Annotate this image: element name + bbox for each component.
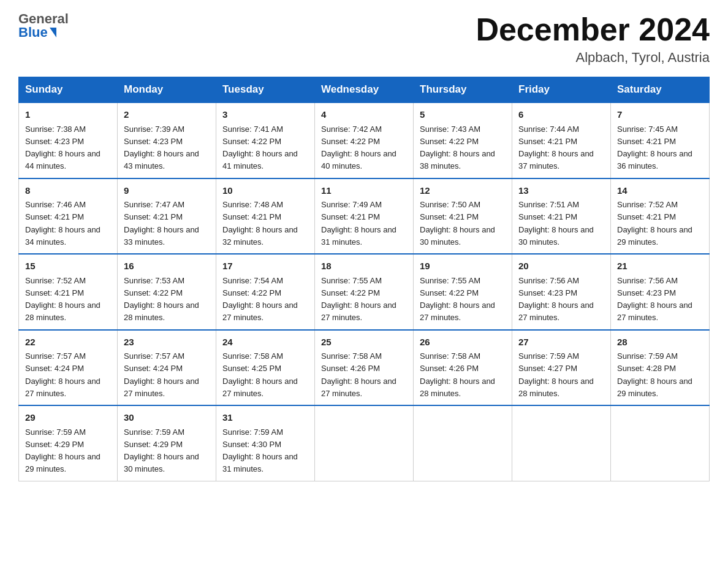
calendar-cell: 7 Sunrise: 7:45 AMSunset: 4:21 PMDayligh… (611, 102, 710, 178)
day-number: 7 (617, 108, 703, 122)
day-info: Sunrise: 7:55 AMSunset: 4:22 PMDaylight:… (321, 276, 396, 323)
day-info: Sunrise: 7:46 AMSunset: 4:21 PMDaylight:… (25, 200, 100, 247)
day-info: Sunrise: 7:55 AMSunset: 4:22 PMDaylight:… (420, 276, 495, 323)
day-info: Sunrise: 7:58 AMSunset: 4:25 PMDaylight:… (222, 351, 298, 398)
logo-blue-text: Blue (18, 26, 48, 39)
day-number: 20 (518, 259, 604, 274)
day-info: Sunrise: 7:44 AMSunset: 4:21 PMDaylight:… (518, 124, 594, 171)
calendar-cell: 31 Sunrise: 7:59 AMSunset: 4:30 PMDaylig… (216, 405, 315, 481)
calendar-cell: 18 Sunrise: 7:55 AMSunset: 4:22 PMDaylig… (315, 254, 414, 330)
calendar-cell: 20 Sunrise: 7:56 AMSunset: 4:23 PMDaylig… (512, 254, 611, 330)
day-number: 11 (321, 184, 407, 198)
logo-general-text: General (18, 12, 69, 26)
calendar-cell: 17 Sunrise: 7:54 AMSunset: 4:22 PMDaylig… (216, 254, 315, 330)
calendar-cell: 25 Sunrise: 7:58 AMSunset: 4:26 PMDaylig… (315, 330, 414, 406)
day-number: 30 (124, 411, 210, 425)
day-number: 23 (124, 335, 210, 350)
day-number: 28 (617, 335, 703, 350)
calendar-cell: 12 Sunrise: 7:50 AMSunset: 4:21 PMDaylig… (414, 178, 512, 255)
calendar-week-row: 1 Sunrise: 7:38 AMSunset: 4:23 PMDayligh… (19, 102, 710, 178)
calendar-cell (315, 405, 414, 481)
day-info: Sunrise: 7:49 AMSunset: 4:21 PMDaylight:… (321, 200, 396, 247)
header-day-saturday: Saturday (611, 77, 710, 103)
day-number: 29 (25, 411, 111, 425)
day-info: Sunrise: 7:39 AMSunset: 4:23 PMDaylight:… (124, 124, 199, 171)
logo: General Blue (18, 12, 69, 39)
header: General Blue December 2024 Alpbach, Tyro… (18, 12, 710, 66)
calendar-cell: 27 Sunrise: 7:59 AMSunset: 4:27 PMDaylig… (512, 330, 611, 406)
day-info: Sunrise: 7:59 AMSunset: 4:30 PMDaylight:… (222, 427, 298, 474)
calendar-cell (611, 405, 710, 481)
day-number: 18 (321, 259, 407, 274)
calendar-cell: 1 Sunrise: 7:38 AMSunset: 4:23 PMDayligh… (19, 102, 118, 178)
calendar-cell: 29 Sunrise: 7:59 AMSunset: 4:29 PMDaylig… (19, 405, 118, 481)
calendar-cell: 21 Sunrise: 7:56 AMSunset: 4:23 PMDaylig… (611, 254, 710, 330)
header-day-tuesday: Tuesday (216, 77, 315, 103)
day-number: 8 (25, 184, 111, 198)
day-info: Sunrise: 7:56 AMSunset: 4:23 PMDaylight:… (518, 276, 594, 323)
calendar-cell: 4 Sunrise: 7:42 AMSunset: 4:22 PMDayligh… (315, 102, 414, 178)
calendar-table: SundayMondayTuesdayWednesdayThursdayFrid… (18, 77, 710, 481)
calendar-cell: 19 Sunrise: 7:55 AMSunset: 4:22 PMDaylig… (414, 254, 512, 330)
calendar-cell: 3 Sunrise: 7:41 AMSunset: 4:22 PMDayligh… (216, 102, 315, 178)
day-number: 12 (420, 184, 506, 198)
day-number: 25 (321, 335, 407, 350)
calendar-week-row: 29 Sunrise: 7:59 AMSunset: 4:29 PMDaylig… (19, 405, 710, 481)
header-day-wednesday: Wednesday (315, 77, 414, 103)
header-day-thursday: Thursday (414, 77, 512, 103)
calendar-cell: 28 Sunrise: 7:59 AMSunset: 4:28 PMDaylig… (611, 330, 710, 406)
day-number: 5 (420, 108, 506, 122)
calendar-cell: 9 Sunrise: 7:47 AMSunset: 4:21 PMDayligh… (118, 178, 216, 255)
logo-arrow-icon (50, 28, 56, 37)
day-number: 27 (518, 335, 604, 350)
calendar-cell: 14 Sunrise: 7:52 AMSunset: 4:21 PMDaylig… (611, 178, 710, 255)
day-info: Sunrise: 7:56 AMSunset: 4:23 PMDaylight:… (617, 276, 692, 323)
header-day-friday: Friday (512, 77, 611, 103)
day-info: Sunrise: 7:52 AMSunset: 4:21 PMDaylight:… (617, 200, 692, 247)
day-number: 1 (25, 108, 111, 122)
calendar-cell: 6 Sunrise: 7:44 AMSunset: 4:21 PMDayligh… (512, 102, 611, 178)
day-info: Sunrise: 7:43 AMSunset: 4:22 PMDaylight:… (420, 124, 495, 171)
day-info: Sunrise: 7:45 AMSunset: 4:21 PMDaylight:… (617, 124, 692, 171)
day-info: Sunrise: 7:47 AMSunset: 4:21 PMDaylight:… (124, 200, 199, 247)
day-info: Sunrise: 7:38 AMSunset: 4:23 PMDaylight:… (25, 124, 100, 171)
day-number: 16 (124, 259, 210, 274)
calendar-header-row: SundayMondayTuesdayWednesdayThursdayFrid… (19, 77, 710, 103)
calendar-cell: 24 Sunrise: 7:58 AMSunset: 4:25 PMDaylig… (216, 330, 315, 406)
calendar-cell: 10 Sunrise: 7:48 AMSunset: 4:21 PMDaylig… (216, 178, 315, 255)
day-info: Sunrise: 7:59 AMSunset: 4:29 PMDaylight:… (25, 427, 100, 474)
day-number: 19 (420, 259, 506, 274)
calendar-cell: 2 Sunrise: 7:39 AMSunset: 4:23 PMDayligh… (118, 102, 216, 178)
calendar-cell: 11 Sunrise: 7:49 AMSunset: 4:21 PMDaylig… (315, 178, 414, 255)
calendar-cell (414, 405, 512, 481)
day-info: Sunrise: 7:57 AMSunset: 4:24 PMDaylight:… (124, 351, 199, 398)
day-number: 21 (617, 259, 703, 274)
location-subtitle: Alpbach, Tyrol, Austria (476, 50, 710, 66)
calendar-week-row: 22 Sunrise: 7:57 AMSunset: 4:24 PMDaylig… (19, 330, 710, 406)
day-info: Sunrise: 7:54 AMSunset: 4:22 PMDaylight:… (222, 276, 298, 323)
day-number: 31 (222, 411, 308, 425)
calendar-cell: 15 Sunrise: 7:52 AMSunset: 4:21 PMDaylig… (19, 254, 118, 330)
day-number: 2 (124, 108, 210, 122)
day-number: 3 (222, 108, 308, 122)
day-info: Sunrise: 7:42 AMSunset: 4:22 PMDaylight:… (321, 124, 396, 171)
day-number: 6 (518, 108, 604, 122)
calendar-cell: 5 Sunrise: 7:43 AMSunset: 4:22 PMDayligh… (414, 102, 512, 178)
calendar-cell: 8 Sunrise: 7:46 AMSunset: 4:21 PMDayligh… (19, 178, 118, 255)
header-day-monday: Monday (118, 77, 216, 103)
calendar-cell: 23 Sunrise: 7:57 AMSunset: 4:24 PMDaylig… (118, 330, 216, 406)
day-number: 14 (617, 184, 703, 198)
day-info: Sunrise: 7:59 AMSunset: 4:27 PMDaylight:… (518, 351, 594, 398)
day-number: 13 (518, 184, 604, 198)
day-number: 10 (222, 184, 308, 198)
day-number: 15 (25, 259, 111, 274)
day-info: Sunrise: 7:41 AMSunset: 4:22 PMDaylight:… (222, 124, 298, 171)
calendar-cell: 16 Sunrise: 7:53 AMSunset: 4:22 PMDaylig… (118, 254, 216, 330)
day-info: Sunrise: 7:59 AMSunset: 4:29 PMDaylight:… (124, 427, 199, 474)
day-info: Sunrise: 7:59 AMSunset: 4:28 PMDaylight:… (617, 351, 692, 398)
day-info: Sunrise: 7:58 AMSunset: 4:26 PMDaylight:… (321, 351, 396, 398)
day-number: 26 (420, 335, 506, 350)
header-day-sunday: Sunday (19, 77, 118, 103)
day-number: 17 (222, 259, 308, 274)
day-info: Sunrise: 7:53 AMSunset: 4:22 PMDaylight:… (124, 276, 199, 323)
